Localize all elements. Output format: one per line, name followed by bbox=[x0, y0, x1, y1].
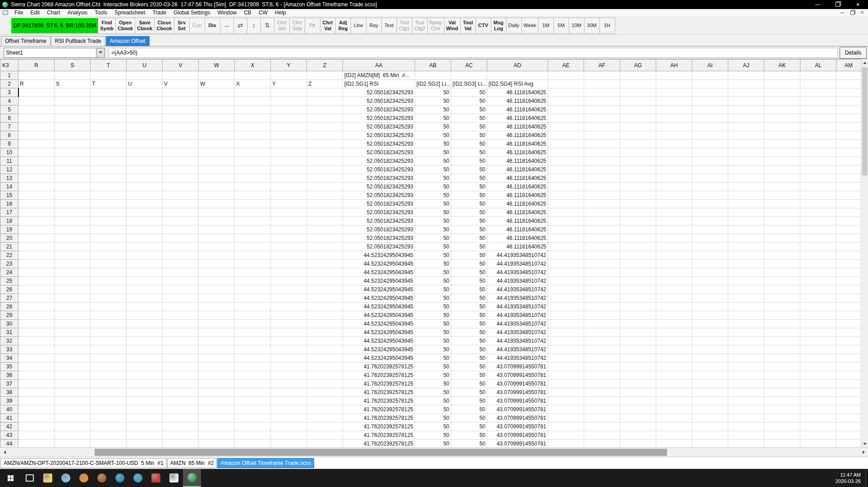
cell-AH18[interactable] bbox=[656, 217, 692, 225]
cell-AD8[interactable]: 46.11181640625 bbox=[487, 131, 548, 140]
cell-AK15[interactable] bbox=[764, 191, 800, 200]
cell-Z42[interactable] bbox=[307, 423, 343, 431]
cell-AI43[interactable] bbox=[692, 431, 728, 440]
cell-AJ8[interactable] bbox=[728, 131, 764, 140]
cell-AI18[interactable] bbox=[692, 217, 728, 225]
cell-AM36[interactable] bbox=[836, 371, 861, 380]
cell-W18[interactable] bbox=[199, 217, 235, 225]
cell-AI3[interactable] bbox=[692, 88, 728, 97]
cell-S33[interactable] bbox=[55, 345, 91, 354]
cell-U22[interactable] bbox=[127, 251, 163, 260]
cell-V40[interactable] bbox=[163, 405, 199, 414]
cell-AC31[interactable]: 50 bbox=[451, 328, 487, 337]
cell-AK27[interactable] bbox=[764, 294, 800, 303]
notepad-taskbar-button[interactable] bbox=[165, 469, 183, 487]
cell-AJ15[interactable] bbox=[728, 191, 764, 200]
cell-AA28[interactable]: 44.52324295043945 bbox=[343, 303, 415, 311]
column-header-AF[interactable]: AF bbox=[584, 60, 620, 71]
cell-AG38[interactable] bbox=[620, 388, 656, 397]
row-header-32[interactable]: 32 bbox=[0, 337, 18, 345]
row-header-9[interactable]: 9 bbox=[0, 140, 18, 148]
cell-AG42[interactable] bbox=[620, 423, 656, 431]
cell-AI15[interactable] bbox=[692, 191, 728, 200]
cell-AE29[interactable] bbox=[548, 311, 584, 320]
cell-Z4[interactable] bbox=[307, 97, 343, 106]
scroll-up-button[interactable] bbox=[861, 59, 868, 66]
cell-AF12[interactable] bbox=[584, 165, 620, 174]
cell-AC43[interactable]: 50 bbox=[451, 431, 487, 440]
cell-X37[interactable] bbox=[235, 380, 271, 388]
cell-AB30[interactable]: 50 bbox=[415, 320, 451, 328]
column-header-AG[interactable]: AG bbox=[620, 60, 656, 71]
cell-AJ33[interactable] bbox=[728, 345, 764, 354]
cell-V24[interactable] bbox=[163, 268, 199, 277]
row-header-36[interactable]: 36 bbox=[0, 371, 18, 380]
cell-AH41[interactable] bbox=[656, 414, 692, 423]
cell-X7[interactable] bbox=[235, 123, 271, 131]
row-header-40[interactable]: 40 bbox=[0, 405, 18, 414]
cell-R16[interactable] bbox=[18, 200, 55, 208]
scroll-right-button[interactable] bbox=[859, 448, 868, 457]
cell-AA37[interactable]: 41.76202392578125 bbox=[343, 380, 415, 388]
cell-AI30[interactable] bbox=[692, 320, 728, 328]
cell-Z25[interactable] bbox=[307, 277, 343, 285]
cell-AF14[interactable] bbox=[584, 183, 620, 191]
cell-AD20[interactable]: 46.11181640625 bbox=[487, 234, 548, 243]
cell-AK22[interactable] bbox=[764, 251, 800, 260]
cell-AG7[interactable] bbox=[620, 123, 656, 131]
cell-AJ35[interactable] bbox=[728, 363, 764, 371]
cell-W16[interactable] bbox=[199, 200, 235, 208]
cell-AL35[interactable] bbox=[800, 363, 836, 371]
cell-AG34[interactable] bbox=[620, 354, 656, 363]
cell-AA25[interactable]: 44.52324295043945 bbox=[343, 277, 415, 285]
cell-Z31[interactable] bbox=[307, 328, 343, 337]
cell-W32[interactable] bbox=[199, 337, 235, 345]
cell-AH39[interactable] bbox=[656, 397, 692, 405]
cell-X27[interactable] bbox=[235, 294, 271, 303]
tool-config-1-button[interactable]: ToolCfg1 bbox=[397, 18, 412, 34]
cell-Z11[interactable] bbox=[307, 157, 343, 165]
cell-AE3[interactable] bbox=[548, 88, 584, 97]
cell-AG13[interactable] bbox=[620, 174, 656, 183]
cell-AK13[interactable] bbox=[764, 174, 800, 183]
firefox-taskbar-button[interactable] bbox=[75, 469, 93, 487]
cell-AD27[interactable]: 44.41935348510742 bbox=[487, 294, 548, 303]
cell-AC5[interactable]: 50 bbox=[451, 106, 487, 114]
cell-AF6[interactable] bbox=[584, 114, 620, 123]
cell-AI10[interactable] bbox=[692, 148, 728, 157]
cell-AK41[interactable] bbox=[764, 414, 800, 423]
cell-AA6[interactable]: 52.0501823425293 bbox=[343, 114, 415, 123]
cell-Z17[interactable] bbox=[307, 208, 343, 217]
timeframe-1m-button[interactable]: 1M bbox=[539, 18, 554, 34]
cell-Z7[interactable] bbox=[307, 123, 343, 131]
cell-S14[interactable] bbox=[55, 183, 91, 191]
cell-Y34[interactable] bbox=[271, 354, 307, 363]
cell-T37[interactable] bbox=[91, 380, 127, 388]
row-header-5[interactable]: 5 bbox=[0, 106, 18, 114]
cell-AD36[interactable]: 43.07099914550781 bbox=[487, 371, 548, 380]
cell-X24[interactable] bbox=[235, 268, 271, 277]
cell-AM35[interactable] bbox=[836, 363, 861, 371]
cell-AM31[interactable] bbox=[836, 328, 861, 337]
cell-AH25[interactable] bbox=[656, 277, 692, 285]
cell-AH40[interactable] bbox=[656, 405, 692, 414]
cell-U3[interactable] bbox=[127, 88, 163, 97]
cell-Y5[interactable] bbox=[271, 106, 307, 114]
cell-T15[interactable] bbox=[91, 191, 127, 200]
cell-AF44[interactable] bbox=[584, 440, 620, 448]
cell-AG5[interactable] bbox=[620, 106, 656, 114]
cell-Y13[interactable] bbox=[271, 174, 307, 183]
cell-AE33[interactable] bbox=[548, 345, 584, 354]
cell-AF20[interactable] bbox=[584, 234, 620, 243]
cell-AG15[interactable] bbox=[620, 191, 656, 200]
cell-AB21[interactable]: 50 bbox=[415, 243, 451, 251]
cell-AL11[interactable] bbox=[800, 157, 836, 165]
cell-AF25[interactable] bbox=[584, 277, 620, 285]
cell-X23[interactable] bbox=[235, 260, 271, 268]
row-header-13[interactable]: 13 bbox=[0, 174, 18, 183]
cell-AL22[interactable] bbox=[800, 251, 836, 260]
cell-AG43[interactable] bbox=[620, 431, 656, 440]
cell-X29[interactable] bbox=[235, 311, 271, 320]
cell-AM12[interactable] bbox=[836, 165, 861, 174]
cell-AH8[interactable] bbox=[656, 131, 692, 140]
